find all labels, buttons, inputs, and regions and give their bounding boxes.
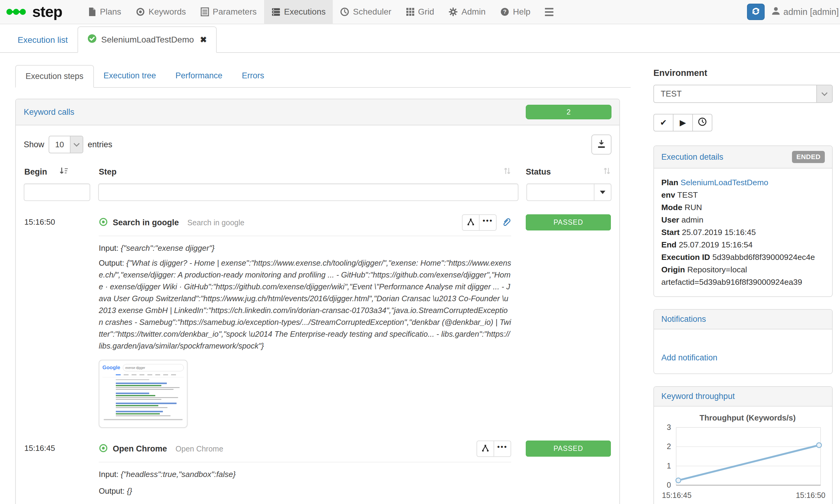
logo-text: step bbox=[32, 3, 62, 21]
detail-plan: Plan SeleniumLoadTestDemo bbox=[661, 176, 825, 189]
step-output-json: {"What is djigger? - Home | exense":"htt… bbox=[99, 259, 511, 350]
nav-item-executions[interactable]: Executions bbox=[264, 0, 333, 24]
refresh-icon bbox=[751, 7, 760, 17]
approve-button[interactable]: ✔ bbox=[653, 114, 673, 131]
hamburger-icon bbox=[545, 8, 553, 16]
execution-details-title[interactable]: Execution details bbox=[661, 152, 723, 162]
column-header-step[interactable]: Step bbox=[99, 167, 518, 177]
nav-item-parameters[interactable]: Parameters bbox=[193, 0, 264, 24]
step-name: Open Chrome bbox=[113, 444, 167, 454]
status-badge: PASSED bbox=[526, 214, 611, 231]
table-header-row: Begin Step Status bbox=[24, 165, 612, 183]
execution-status-badge: ENDED bbox=[792, 151, 825, 163]
tree-icon bbox=[466, 218, 475, 228]
step-input-json: {"headless":true,"sandbox":false} bbox=[121, 470, 236, 479]
throughput-point bbox=[676, 478, 681, 483]
run-button[interactable]: ▶ bbox=[673, 114, 693, 131]
nav-item-plans[interactable]: Plans bbox=[81, 0, 128, 24]
grid-icon bbox=[406, 7, 414, 16]
row-begin-time: 15:16:45 bbox=[24, 440, 91, 496]
environment-title: Environment bbox=[653, 68, 833, 78]
tab-execution-list[interactable]: Execution list bbox=[8, 28, 78, 52]
top-navbar: step Plans Keywords Parameters Execution… bbox=[0, 0, 840, 24]
app-logo[interactable]: step bbox=[6, 0, 62, 24]
open-in-tree-button[interactable] bbox=[477, 440, 494, 457]
attachment-paperclip-icon[interactable] bbox=[501, 217, 511, 228]
more-actions-button[interactable]: ••• bbox=[494, 440, 511, 457]
open-in-tree-button[interactable] bbox=[462, 214, 480, 231]
attachment-thumbnail[interactable]: Google exense djigger bbox=[99, 360, 188, 428]
throughput-point bbox=[817, 443, 821, 448]
table-filter-row bbox=[24, 183, 612, 201]
play-icon: ▶ bbox=[680, 118, 686, 127]
nav-item-admin[interactable]: Admin bbox=[441, 0, 493, 24]
tab-label: SeleniumLoadTestDemo bbox=[101, 35, 194, 44]
environment-select[interactable]: TEST bbox=[653, 85, 833, 103]
begin-filter-input[interactable] bbox=[24, 183, 90, 201]
step-subtitle: Open Chrome bbox=[176, 445, 223, 453]
detail-end: End 25.07.2019 15:16:54 bbox=[661, 239, 825, 251]
nav-item-help[interactable]: ? Help bbox=[493, 0, 538, 24]
notifications-panel: Notifications Add notification bbox=[653, 309, 833, 374]
detail-mode: Mode RUN bbox=[661, 201, 825, 214]
close-icon[interactable]: ✖ bbox=[200, 35, 207, 44]
nav-item-grid[interactable]: Grid bbox=[399, 0, 442, 24]
add-notification-link[interactable]: Add notification bbox=[661, 353, 718, 362]
subtab-execution-tree[interactable]: Execution tree bbox=[94, 65, 166, 87]
environment-block: Environment TEST ✔ ▶ bbox=[653, 68, 833, 131]
row-begin-time: 15:16:50 bbox=[24, 214, 91, 428]
schedule-button[interactable] bbox=[692, 114, 713, 131]
detail-origin: Origin Repository=local artefactid=5d39a… bbox=[661, 264, 825, 288]
column-header-status[interactable]: Status bbox=[526, 167, 611, 177]
page-size-select[interactable]: 10 bbox=[49, 136, 84, 153]
chevron-down-icon bbox=[70, 136, 83, 153]
keyword-calls-count-badge: 2 bbox=[526, 105, 612, 119]
y-tick: 0 bbox=[667, 481, 671, 489]
download-icon bbox=[597, 139, 606, 150]
subtab-execution-steps[interactable]: Execution steps bbox=[15, 65, 94, 88]
keyword-status-icon bbox=[99, 217, 108, 228]
status-filter-select[interactable] bbox=[526, 183, 612, 201]
nav-item-scheduler[interactable]: Scheduler bbox=[333, 0, 398, 24]
subtab-performance[interactable]: Performance bbox=[166, 65, 232, 87]
keyword-calls-panel: Keyword calls 2 Show 10 entries bbox=[15, 99, 620, 504]
subtab-errors[interactable]: Errors bbox=[232, 65, 274, 87]
status-badge: PASSED bbox=[526, 440, 611, 457]
nav-item-keywords[interactable]: Keywords bbox=[128, 0, 193, 24]
keyword-throughput-title[interactable]: Keyword throughput bbox=[661, 392, 735, 401]
step-name: Search in google bbox=[113, 218, 179, 228]
list-icon bbox=[201, 7, 209, 16]
gear-icon bbox=[449, 7, 458, 16]
user-menu[interactable]: admin [admin] bbox=[771, 6, 839, 18]
column-header-begin[interactable]: Begin bbox=[24, 167, 91, 177]
execution-details-panel: Execution details ENDED Plan SeleniumLoa… bbox=[653, 145, 833, 297]
keyword-calls-title[interactable]: Keyword calls bbox=[24, 107, 74, 117]
step-filter-input[interactable] bbox=[98, 183, 518, 201]
detail-env: env TEST bbox=[661, 189, 825, 201]
tab-selenium-load-test-demo[interactable]: SeleniumLoadTestDemo ✖ bbox=[78, 26, 217, 53]
help-icon: ? bbox=[500, 7, 509, 16]
x-tick: 15:16:45 bbox=[662, 491, 691, 500]
svg-text:?: ? bbox=[503, 9, 506, 15]
chevron-down-icon bbox=[816, 85, 832, 102]
plan-link[interactable]: SeleniumLoadTestDemo bbox=[681, 178, 768, 187]
more-actions-button[interactable]: ••• bbox=[479, 214, 497, 231]
tree-icon bbox=[481, 444, 490, 454]
x-tick: 15:16:50 bbox=[796, 491, 825, 500]
step-input-json: {"search":"exense djigger"} bbox=[121, 244, 215, 253]
check-circle-icon bbox=[87, 34, 97, 46]
y-tick: 2 bbox=[667, 442, 671, 451]
keyword-throughput-panel: Keyword throughput Throughput (Keywords/… bbox=[653, 386, 833, 504]
export-button[interactable] bbox=[592, 134, 612, 155]
notifications-title[interactable]: Notifications bbox=[661, 314, 706, 324]
throughput-line bbox=[678, 445, 819, 480]
table-row: 15:16:50 Search in google Search in goog… bbox=[24, 210, 612, 431]
sort-desc-icon bbox=[59, 167, 68, 177]
step-subtitle: Search in google bbox=[188, 218, 245, 227]
execution-subtabs: Execution steps Execution tree Performan… bbox=[15, 65, 631, 88]
detail-user: User admin bbox=[661, 214, 825, 226]
caret-down-icon bbox=[594, 184, 611, 200]
refresh-button[interactable] bbox=[747, 4, 765, 20]
nav-menu-toggle[interactable] bbox=[537, 0, 561, 24]
throughput-chart-svg: Throughput (Keywords/s) 3 2 1 0 15:16:45… bbox=[656, 411, 827, 502]
